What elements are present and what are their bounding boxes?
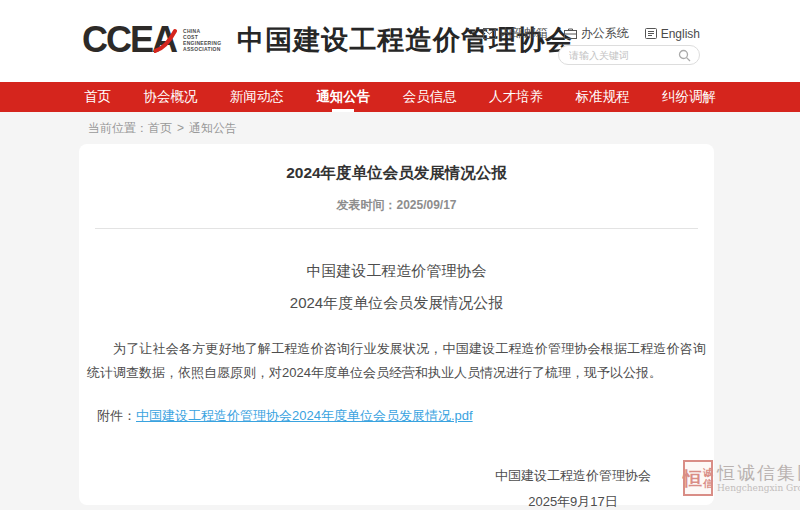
attachment-label: 附件： (97, 408, 136, 423)
article-card: 2024年度单位会员发展情况公报 发表时间：2025/09/17 中国建设工程造… (79, 144, 714, 505)
site-header: CCEA CHINA COST ENGINEERING ASSOCIATION … (0, 0, 800, 82)
article-title: 2024年度单位会员发展情况公报 (79, 163, 714, 184)
main-nav: 首页 协会概况 新闻动态 通知公告 会员信息 人才培养 标准规程 纠纷调解 (0, 82, 800, 112)
watermark-char-top: 诚 (703, 467, 713, 478)
translate-icon (645, 28, 657, 39)
attachment-link[interactable]: 中国建设工程造价管理协会2024年度单位会员发展情况.pdf (136, 408, 473, 423)
briefcase-icon (564, 28, 577, 39)
nav-item-label: 纠纷调解 (662, 88, 716, 106)
nav-item-label: 会员信息 (403, 88, 457, 106)
watermark-name-en: Hengchengxin Group (717, 483, 800, 494)
nav-item-label: 通知公告 (316, 88, 370, 106)
search-icon[interactable] (678, 49, 691, 62)
article-publish-date: 发表时间：2025/09/17 (79, 197, 714, 214)
utility-link-office-system[interactable]: 办公系统 (564, 25, 629, 42)
attachment-row: 附件：中国建设工程造价管理协会2024年度单位会员发展情况.pdf (79, 407, 714, 425)
watermark-name: 恒诚信集团 (717, 463, 800, 483)
watermark-char-bottom: 信 (703, 478, 713, 489)
title-divider (95, 228, 698, 229)
logo-subtext-line: ASSOCIATION (183, 46, 221, 52)
nav-item-label: 首页 (84, 88, 111, 106)
nav-item-members[interactable]: 会员信息 (403, 82, 457, 112)
breadcrumb: 当前位置：首页>通知公告 (82, 120, 718, 137)
utility-link-internal-mail[interactable]: 内部邮箱 (483, 25, 548, 42)
nav-item-notices[interactable]: 通知公告 (316, 82, 370, 112)
logo-swoosh-icon (154, 28, 180, 54)
nav-item-label: 新闻动态 (230, 88, 284, 106)
signature-name: 中国建设工程造价管理协会 (488, 463, 658, 489)
nav-item-label: 协会概况 (143, 88, 197, 106)
nav-item-about[interactable]: 协会概况 (143, 82, 197, 112)
breadcrumb-link-home[interactable]: 首页 (148, 121, 172, 135)
search-box (558, 45, 700, 65)
hengchengxin-watermark: 恒 诚 信 恒诚信集团 Hengchengxin Group (683, 460, 800, 496)
doc-heading-org: 中国建设工程造价管理协会 (79, 262, 714, 281)
search-input[interactable] (569, 50, 678, 61)
breadcrumb-separator: > (177, 121, 184, 135)
nav-item-standards[interactable]: 标准规程 (576, 82, 630, 112)
nav-item-label: 标准规程 (576, 88, 630, 106)
main-nav-inner: 首页 协会概况 新闻动态 通知公告 会员信息 人才培养 标准规程 纠纷调解 (82, 82, 718, 112)
breadcrumb-prefix: 当前位置： (88, 121, 148, 135)
signature-block: 中国建设工程造价管理协会 2025年9月17日 (488, 463, 658, 510)
nav-item-mediation[interactable]: 纠纷调解 (662, 82, 716, 112)
breadcrumb-link-notices[interactable]: 通知公告 (189, 121, 237, 135)
watermark-text: 恒诚信集团 Hengchengxin Group (717, 460, 800, 494)
utility-link-english[interactable]: English (645, 27, 700, 41)
page: CCEA CHINA COST ENGINEERING ASSOCIATION … (0, 0, 800, 510)
article-paragraph: 为了让社会各方更好地了解工程造价咨询行业发展状况，中国建设工程造价管理协会根据工… (79, 337, 714, 385)
logo-subtext: CHINA COST ENGINEERING ASSOCIATION (183, 28, 221, 52)
utility-link-label: English (661, 27, 700, 41)
doc-heading-title: 2024年度单位会员发展情况公报 (79, 294, 714, 313)
nav-item-label: 人才培养 (489, 88, 543, 106)
mail-icon (483, 28, 496, 39)
nav-item-news[interactable]: 新闻动态 (230, 82, 284, 112)
nav-item-home[interactable]: 首页 (84, 82, 111, 112)
watermark-char-main: 恒 (683, 469, 702, 488)
breadcrumb-bar: 当前位置：首页>通知公告 (0, 112, 800, 144)
utility-link-label: 办公系统 (581, 25, 629, 42)
signature-date: 2025年9月17日 (488, 489, 658, 510)
utility-link-label: 内部邮箱 (500, 25, 548, 42)
nav-item-training[interactable]: 人才培养 (489, 82, 543, 112)
ccea-acronym-wrap: CCEA (82, 22, 176, 58)
utility-links: 内部邮箱 办公系统 English (483, 25, 700, 42)
hengchengxin-logo-icon: 恒 诚 信 (683, 460, 713, 496)
